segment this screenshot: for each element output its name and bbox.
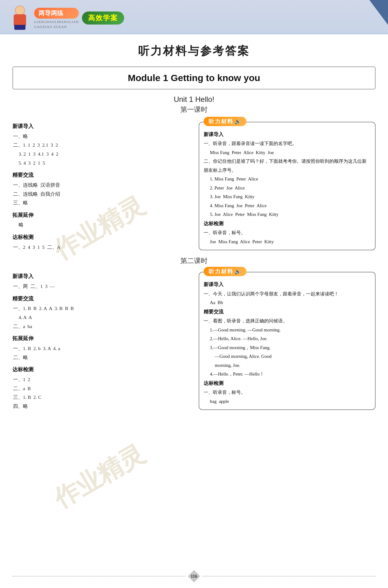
module-title: Module 1 Getting to know you — [19, 73, 369, 83]
header-subtitle2: GAOXIAO XUEAN — [34, 25, 79, 29]
unit-title: Unit 1 Hello! — [0, 95, 388, 104]
lesson2-content: 新课导入 一、两 二、1 3 — 精要交流 一、1. B B 2. A A 3.… — [0, 269, 388, 411]
l2-jyjl-heading: 精要交流 — [12, 294, 189, 304]
lesson2-left: 新课导入 一、两 二、1 3 — 精要交流 一、1. B B 2. A A 3.… — [12, 269, 196, 411]
l2-dbjc-2: 二、a B — [12, 384, 189, 393]
tl1-dbjc-2: Joe Miss Fang Alice Peter Kitty — [204, 237, 371, 246]
l2-jyjl-2: 4. A A — [12, 313, 189, 322]
badge-liangdao: 两导两练 — [34, 8, 79, 19]
tl2-jyjl-3: 2.—Hello, Alice. —Hello, Joe. — [204, 334, 371, 343]
tl1-dbjc-1: 一、听录音，标号。 — [204, 228, 371, 237]
page-number-row: 116 — [0, 570, 388, 582]
tl2-xkdr-2: Aa Bb — [204, 298, 371, 307]
tl2-jyjl-1: 一、看图，听录音，选择正确的问候语。 — [204, 317, 371, 326]
badge-gaoxiao: 高效学案 — [82, 11, 124, 25]
l2-tzys-1: 一、1. B 2. b 3. A 4. a — [12, 344, 189, 353]
l2-xkdr-heading: 新课导入 — [12, 272, 189, 281]
header-subtitle1: LIANGDAOLIRANGLIAN — [34, 20, 79, 24]
lesson1-left: 新课导入 一、略 二、1. 1 2 3 2.1 3 2 3. 2 1 3 4.1… — [12, 119, 196, 252]
tl2-jyjl-2: 1.—Good morning. —Good morning. — [204, 326, 371, 335]
tl1-xkdr-1: 一、听录音，跟着录音读一读下面的名字吧。 — [204, 139, 371, 148]
lesson2-right: 听力材料 新课导入 一、今天，让我们认识两个字母朋友，跟着录音，一起来读读吧！ … — [196, 269, 376, 411]
tl1-xkdr-4: 1. Miss Fang Peter Alice — [204, 175, 371, 184]
l1-xkdr-4: 5. 4 3 2 1 5 — [12, 159, 189, 168]
l1-sec1-heading: 新课导入 — [12, 122, 189, 131]
l2-tzys-2: 二、略 — [12, 353, 189, 362]
tl2-dbjc-1: 一、听录音，标号。 — [204, 388, 371, 397]
l1-dbjc-heading: 达标检测 — [12, 233, 189, 242]
page-header: 两导两练 LIANGDAOLIRANGLIAN GAOXIAO XUEAN 高效… — [0, 0, 388, 34]
tingli-badge-1: 听力材料 — [204, 117, 246, 126]
l1-dbjc-1: 一、2 4 3 1 5 二、A — [12, 243, 189, 252]
tl2-jyjl-5: —Good morning, Alice. Good — [204, 352, 371, 361]
l2-dbjc-4: 四、略 — [12, 402, 189, 411]
module-box: Module 1 Getting to know you — [12, 66, 376, 89]
tl2-jyjl-heading: 精要交流 — [204, 307, 371, 317]
tl2-xkdr-1: 一、今天，让我们认识两个字母朋友，跟着录音，一起来读读吧！ — [204, 289, 371, 299]
header-corner-decoration — [369, 0, 388, 25]
l1-jyjl-3: 三、略 — [12, 198, 189, 207]
l2-jyjl-1: 一、1. B B 2. A A 3. B B B — [12, 304, 189, 313]
lesson2-label: 第二课时 — [180, 257, 208, 265]
l2-dbjc-1: 一、1 2 — [12, 375, 189, 384]
tl1-xkdr-6: 3. Joe Miss Fang Kitty — [204, 192, 371, 201]
l1-tzys-heading: 拓展延伸 — [12, 211, 189, 220]
dotted-line-left — [12, 576, 185, 577]
l1-tzys-1: 略 — [12, 221, 189, 230]
tingli-content-2: 新课导入 一、今天，让我们认识两个字母朋友，跟着录音，一起来读读吧！ Aa Bb… — [204, 280, 371, 406]
lesson1-content: 新课导入 一、略 二、1. 1 2 3 2.1 3 2 3. 2 1 3 4.1… — [0, 119, 388, 252]
tl1-xkdr-heading: 新课导入 — [204, 130, 371, 139]
l1-xkdr-3: 3. 2 1 3 4.1 3 4 2 — [12, 150, 189, 159]
tl2-dbjc-heading: 达标检测 — [204, 379, 371, 388]
tl2-dbjc-2: bag apple — [204, 397, 371, 406]
l2-dbjc-heading: 达标检测 — [12, 365, 189, 375]
page-number: 116 — [191, 574, 197, 579]
l1-jyjl-heading: 精要交流 — [12, 171, 189, 180]
l1-xkdr-1: 一、略 — [12, 132, 189, 141]
tl1-xkdr-2: Miss Fang Peter Alice Kitty Joe — [204, 148, 371, 157]
dotted-line-right — [203, 576, 376, 577]
tl2-jyjl-6: morning, Joe. — [204, 361, 371, 370]
l2-tzys-heading: 拓展延伸 — [12, 334, 189, 344]
tl2-xkdr-heading: 新课导入 — [204, 280, 371, 289]
l1-jyjl-1: 一、连线略 汉语拼音 — [12, 181, 189, 190]
tl1-xkdr-8: 5. Joe Alice Peter Miss Fang Kitty — [204, 210, 371, 219]
l1-xkdr-2: 二、1. 1 2 3 2.1 3 2 — [12, 141, 189, 150]
l2-xkdr-1: 一、两 二、1 3 — — [12, 282, 189, 291]
tl2-jyjl-7: 4.—Hello，Peter. —Hello！ — [204, 370, 371, 379]
tingli-content-1: 新课导入 一、听录音，跟着录音读一读下面的名字吧。 Miss Fang Pete… — [204, 130, 371, 246]
l2-dbjc-3: 三、1. B 2. C — [12, 393, 189, 402]
page-number-diamond: 116 — [188, 570, 200, 582]
lesson1-label: 第一课时 — [0, 105, 388, 114]
tl1-xkdr-5: 2. Peter Joe Alice — [204, 184, 371, 193]
tl1-xkdr-7: 4. Miss Fang Joe Peter Alice — [204, 201, 371, 210]
watermark-2: 作业精灵 — [48, 437, 151, 516]
lesson1-right: 听力材料 新课导入 一、听录音，跟着录音读一读下面的名字吧。 Miss Fang… — [196, 119, 376, 252]
tingli-box-2: 听力材料 新课导入 一、今天，让我们认识两个字母朋友，跟着录音，一起来读读吧！ … — [199, 272, 376, 410]
l1-jyjl-2: 二、连线略 自我介绍 — [12, 190, 189, 199]
tingli-box-1: 听力材料 新课导入 一、听录音，跟着录音读一读下面的名字吧。 Miss Fang… — [199, 122, 376, 250]
main-title: 听力材料与参考答案 — [0, 43, 388, 59]
main-title-section: 听力材料与参考答案 — [0, 34, 388, 63]
tingli-badge-2: 听力材料 — [204, 267, 246, 276]
tl1-xkdr-3: 二、你记住他们是谁了吗？好，下面就考考你。请按照你听到的顺序为这几位新朋友标上序… — [204, 157, 371, 175]
tl1-dbjc-heading: 达标检测 — [204, 219, 371, 228]
character-figure — [9, 6, 31, 30]
lesson2-divider: 第二课时 — [0, 256, 388, 266]
l2-jyjl-3: 二、a ba — [12, 322, 189, 331]
tl2-jyjl-4: 3.—Good morning，Miss Fang. — [204, 343, 371, 352]
